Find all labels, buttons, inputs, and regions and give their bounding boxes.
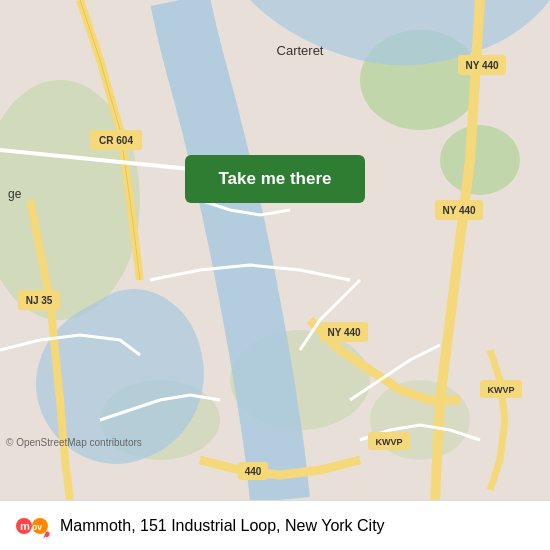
- svg-text:KWVP: KWVP: [488, 385, 515, 395]
- svg-text:Carteret: Carteret: [277, 43, 324, 58]
- svg-text:KWVP: KWVP: [376, 437, 403, 447]
- location-address: Mammoth, 151 Industrial Loop, New York C…: [60, 517, 385, 535]
- svg-text:NY 440: NY 440: [442, 205, 476, 216]
- svg-text:NY 440: NY 440: [327, 327, 361, 338]
- svg-text:m: m: [20, 520, 30, 532]
- take-me-there-button[interactable]: Take me there: [185, 155, 365, 203]
- moovit-logo: m ov: [12, 508, 52, 544]
- map-attribution: © OpenStreetMap contributors: [6, 437, 142, 448]
- svg-text:NY 440: NY 440: [465, 60, 499, 71]
- svg-point-3: [440, 125, 520, 195]
- svg-text:CR 604: CR 604: [99, 135, 133, 146]
- svg-text:440: 440: [245, 466, 262, 477]
- svg-text:ge: ge: [8, 187, 22, 201]
- map-view[interactable]: CR 604 NY 440 NY 440 NY 440 NJ 35 KWVP K…: [0, 0, 550, 500]
- svg-text:NJ 35: NJ 35: [26, 295, 53, 306]
- footer-bar: m ov Mammoth, 151 Industrial Loop, New Y…: [0, 500, 550, 550]
- svg-text:ov: ov: [32, 522, 42, 532]
